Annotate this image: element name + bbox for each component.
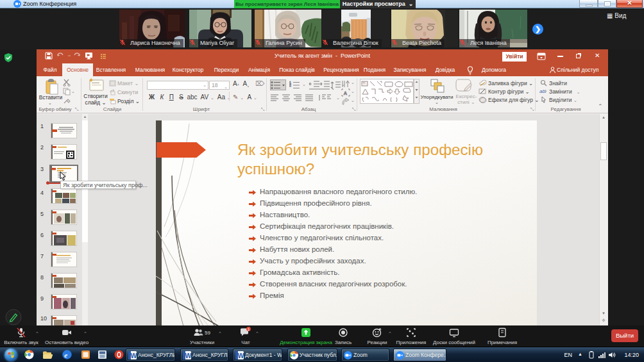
svg-text:A: A xyxy=(344,91,347,95)
svg-text:W: W xyxy=(131,352,137,359)
svg-text:W: W xyxy=(238,352,244,359)
svg-text:e: e xyxy=(64,351,67,359)
svg-text:2: 2 xyxy=(289,83,291,87)
svg-text:59: 59 xyxy=(205,330,210,336)
svg-text:W: W xyxy=(185,352,191,359)
svg-text:ab: ab xyxy=(539,88,545,94)
svg-text:1: 1 xyxy=(248,327,250,331)
